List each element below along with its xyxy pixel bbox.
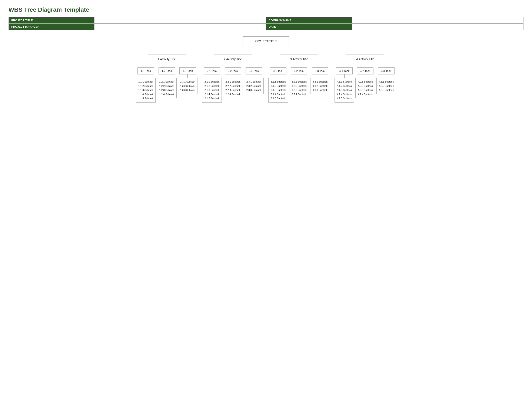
subtask-item: 3.2.3 Subtask <box>292 88 306 92</box>
subtask-box: 2.1.1 Subtask2.1.2 Subtask2.1.3 Subtask2… <box>202 78 222 103</box>
task-col: 4.2 Task4.2.1 Subtask4.2.2 Subtask4.2.3 … <box>355 67 375 98</box>
subtask-item: 2.2.2 Subtask <box>225 84 240 88</box>
company-name-label: COMPANY NAME <box>266 17 352 24</box>
subtask-item: 3.1.4 Subtask <box>271 92 285 97</box>
activity-node: 3 Activity Title <box>280 54 318 64</box>
task-node: 1.2 Task <box>159 67 175 75</box>
task-col: 2.1 Task2.1.1 Subtask2.1.2 Subtask2.1.3 … <box>202 67 222 103</box>
wbs-diagram: PROJECT TITLE1 Activity Title1.1 Task1.1… <box>9 36 523 103</box>
subtask-item: 4.2.1 Subtask <box>358 80 373 84</box>
activity-col: 1 Activity Title1.1 Task1.1.1 Subtask1.1… <box>136 50 198 103</box>
subtask-box: 1.3.1 Subtask1.3.2 Subtask1.3.3 Subtask <box>178 78 198 94</box>
task-node: 4.2 Task <box>357 67 373 75</box>
subtask-box: 2.2.1 Subtask2.2.2 Subtask2.2.3 Subtask2… <box>223 78 243 98</box>
subtask-item: 4.3.3 Subtask <box>379 88 394 92</box>
activities-container: 1 Activity Title1.1 Task1.1.1 Subtask1.1… <box>9 50 523 103</box>
subtask-item: 2.2.4 Subtask <box>225 92 240 97</box>
task-node: 2.1 Task <box>204 67 220 75</box>
subtask-item: 1.3.1 Subtask <box>180 80 195 84</box>
tasks-wrapper: 3.1 Task3.1.1 Subtask3.1.2 Subtask3.1.3 … <box>268 67 330 103</box>
subtask-item: 3.2.2 Subtask <box>292 84 306 88</box>
task-col: 4.1 Task4.1.1 Subtask4.1.2 Subtask4.1.3 … <box>334 67 354 103</box>
subtask-item: 1.2.1 Subtask <box>159 80 174 84</box>
activity-col: 3 Activity Title3.1 Task3.1.1 Subtask3.1… <box>268 50 330 103</box>
subtask-item: 2.3.3 Subtask <box>247 88 261 92</box>
subtask-item: 1.3.2 Subtask <box>180 84 195 88</box>
task-col: 1.2 Task1.2.1 Subtask1.2.2 Subtask1.2.3 … <box>157 67 176 98</box>
subtask-box: 4.2.1 Subtask4.2.2 Subtask4.2.3 Subtask4… <box>355 78 375 98</box>
subtask-item: 4.2.4 Subtask <box>358 92 373 97</box>
task-col: 1.3 Task1.3.1 Subtask1.3.2 Subtask1.3.3 … <box>178 67 198 94</box>
subtask-item: 2.1.1 Subtask <box>205 80 219 84</box>
task-node: 2.3 Task <box>246 67 262 75</box>
subtask-item: 1.1.1 Subtask <box>138 80 153 84</box>
subtask-item: 2.2.1 Subtask <box>225 80 240 84</box>
task-col: 3.2 Task3.2.1 Subtask3.2.2 Subtask3.2.3 … <box>289 67 309 98</box>
subtask-item: 3.2.4 Subtask <box>292 92 306 97</box>
subtask-item: 3.3.3 Subtask <box>313 88 327 92</box>
subtask-item: 2.1.3 Subtask <box>205 88 219 92</box>
project-title-value[interactable] <box>95 17 266 24</box>
subtask-item: 3.3.1 Subtask <box>313 80 327 84</box>
root-node: PROJECT TITLE <box>243 36 289 46</box>
subtask-item: 4.3.2 Subtask <box>379 84 394 88</box>
subtask-box: 1.2.1 Subtask1.2.2 Subtask1.2.3 Subtask1… <box>157 78 176 98</box>
activity-node: 2 Activity Title <box>214 54 252 64</box>
task-col: 4.3 Task4.3.1 Subtask4.3.2 Subtask4.3.3 … <box>376 67 396 94</box>
subtask-item: 1.1.4 Subtask <box>138 92 153 97</box>
subtask-item: 2.1.2 Subtask <box>205 84 219 88</box>
subtask-item: 1.1.2 Subtask <box>138 84 153 88</box>
task-node: 1.1 Task <box>137 67 154 75</box>
subtask-box: 3.2.1 Subtask3.2.2 Subtask3.2.3 Subtask3… <box>289 78 309 98</box>
task-col: 3.3 Task3.3.1 Subtask3.3.2 Subtask3.3.3 … <box>310 67 330 94</box>
task-node: 4.1 Task <box>336 67 353 75</box>
subtask-item: 1.2.2 Subtask <box>159 84 174 88</box>
subtask-box: 1.1.1 Subtask1.1.2 Subtask1.1.3 Subtask1… <box>136 78 156 103</box>
subtask-box: 3.3.1 Subtask3.3.2 Subtask3.3.3 Subtask <box>310 78 330 94</box>
subtask-item: 4.2.3 Subtask <box>358 88 373 92</box>
subtask-item: 4.2.2 Subtask <box>358 84 373 88</box>
tasks-wrapper: 4.1 Task4.1.1 Subtask4.1.2 Subtask4.1.3 … <box>334 67 396 103</box>
date-value[interactable] <box>352 24 523 30</box>
subtask-item: 4.3.1 Subtask <box>379 80 394 84</box>
subtask-item: 4.1.5 Subtask <box>337 96 352 101</box>
task-col: 2.2 Task2.2.1 Subtask2.2.2 Subtask2.2.3 … <box>223 67 243 98</box>
subtask-item: 4.1.4 Subtask <box>337 92 352 97</box>
task-node: 3.2 Task <box>291 67 307 75</box>
subtask-box: 4.1.1 Subtask4.1.2 Subtask4.1.3 Subtask4… <box>334 78 354 103</box>
activity-col: 4 Activity Title4.1 Task4.1.1 Subtask4.1… <box>334 50 396 103</box>
subtask-item: 2.2.3 Subtask <box>225 88 240 92</box>
subtask-item: 2.3.1 Subtask <box>247 80 261 84</box>
subtask-item: 1.3.3 Subtask <box>180 88 195 92</box>
subtask-box: 2.3.1 Subtask2.3.2 Subtask2.3.3 Subtask <box>244 78 264 94</box>
subtask-item: 1.1.3 Subtask <box>138 88 153 92</box>
page-title: WBS Tree Diagram Template <box>9 6 523 13</box>
task-col: 2.3 Task2.3.1 Subtask2.3.2 Subtask2.3.3 … <box>244 67 264 94</box>
subtask-item: 4.1.2 Subtask <box>337 84 352 88</box>
header-table: PROJECT TITLE COMPANY NAME PROJECT MANAG… <box>9 17 523 30</box>
subtask-item: 3.1.5 Subtask <box>271 96 285 101</box>
task-node: 4.3 Task <box>378 67 395 75</box>
subtask-item: 3.1.2 Subtask <box>271 84 285 88</box>
task-node: 3.1 Task <box>270 67 286 75</box>
subtask-item: 2.3.2 Subtask <box>247 84 261 88</box>
subtask-box: 3.1.1 Subtask3.1.2 Subtask3.1.3 Subtask3… <box>268 78 288 103</box>
task-col: 3.1 Task3.1.1 Subtask3.1.2 Subtask3.1.3 … <box>268 67 288 103</box>
subtask-item: 1.2.3 Subtask <box>159 88 174 92</box>
subtask-box: 4.3.1 Subtask4.3.2 Subtask4.3.3 Subtask <box>376 78 396 94</box>
task-node: 3.3 Task <box>312 67 328 75</box>
subtask-item: 3.1.3 Subtask <box>271 88 285 92</box>
subtask-item: 2.1.5 Subtask <box>205 96 219 101</box>
subtask-item: 4.1.3 Subtask <box>337 88 352 92</box>
tasks-wrapper: 2.1 Task2.1.1 Subtask2.1.2 Subtask2.1.3 … <box>202 67 264 103</box>
task-node: 1.3 Task <box>179 67 196 75</box>
project-title-label: PROJECT TITLE <box>9 17 95 24</box>
activity-node: 4 Activity Title <box>346 54 384 64</box>
activity-col: 2 Activity Title2.1 Task2.1.1 Subtask2.1… <box>202 50 264 103</box>
task-node: 2.2 Task <box>225 67 241 75</box>
company-name-value[interactable] <box>352 17 523 24</box>
subtask-item: 3.1.1 Subtask <box>271 80 285 84</box>
project-manager-label: PROJECT MANAGER <box>9 24 95 30</box>
project-manager-value[interactable] <box>95 24 266 30</box>
date-label: DATE <box>266 24 352 30</box>
